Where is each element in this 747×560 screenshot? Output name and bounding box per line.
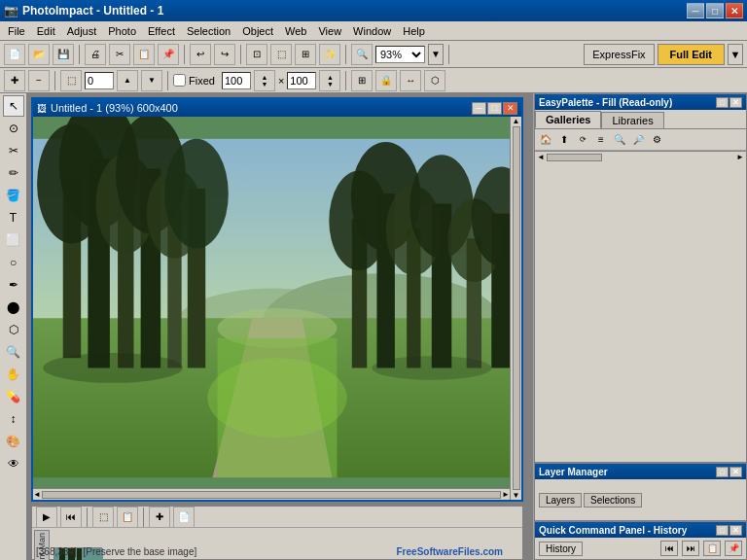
menu-effect[interactable]: Effect [142, 23, 181, 39]
frame-button[interactable]: 📋 [117, 507, 138, 528]
tool-oval[interactable]: ○ [3, 252, 24, 273]
maximize-button[interactable]: □ [706, 3, 724, 18]
canvas-minimize[interactable]: ─ [472, 102, 486, 115]
expand-button[interactable]: ⊞ [295, 44, 316, 65]
close-button[interactable]: ✕ [726, 3, 743, 18]
canvas-maximize[interactable]: □ [487, 102, 502, 115]
deselect-button[interactable]: ⊡ [246, 44, 267, 65]
layer-manager-close-button[interactable]: ✕ [729, 467, 742, 477]
tool-eraser[interactable]: ⬡ [3, 319, 24, 340]
quick-panel-close-button[interactable]: ✕ [729, 525, 742, 536]
scroll-left-arrow[interactable]: ◄ [33, 490, 41, 499]
pt-list[interactable]: ≡ [592, 131, 610, 149]
canvas-close[interactable]: ✕ [503, 102, 517, 115]
angle-input[interactable] [85, 72, 114, 89]
palette-scroll-thumb-h[interactable] [547, 154, 602, 161]
menu-file[interactable]: File [2, 23, 31, 39]
layer-manager-float-button[interactable]: □ [716, 467, 729, 477]
tool-color[interactable]: 🎨 [3, 431, 24, 452]
palette-scroll-right[interactable]: ► [734, 153, 746, 161]
easy-palette-float-button[interactable]: □ [716, 97, 729, 108]
open-button[interactable]: 📂 [28, 44, 50, 65]
tool-retouch[interactable]: 💊 [3, 386, 24, 407]
menu-adjust[interactable]: Adjust [61, 23, 103, 39]
new-button[interactable]: 📄 [4, 44, 25, 65]
scroll-down-arrow[interactable]: ▼ [513, 491, 520, 500]
palette-scrollbar-h[interactable]: ◄ ► [535, 151, 746, 162]
lock-button[interactable]: 🔒 [375, 70, 397, 91]
flip-button[interactable]: ↔ [400, 70, 421, 91]
scroll-right-arrow[interactable]: ► [502, 490, 510, 499]
undo-button[interactable]: ↩ [190, 44, 211, 65]
history-tab-label[interactable]: History [539, 542, 583, 556]
save-button[interactable]: 💾 [53, 44, 74, 65]
qp-btn-1[interactable]: ⏮ [660, 541, 678, 556]
height-input[interactable] [287, 72, 316, 89]
tool-options-1[interactable]: ✚ [4, 70, 25, 91]
palette-scroll-left[interactable]: ◄ [535, 153, 547, 161]
easy-palette-close-button[interactable]: ✕ [729, 97, 742, 108]
paste-button[interactable]: 📌 [158, 44, 179, 65]
tool-zoom[interactable]: 🔍 [3, 341, 24, 363]
menu-selection[interactable]: Selection [181, 23, 236, 39]
canvas-scrollbar-v[interactable]: ▲ ▼ [510, 117, 521, 500]
width-input[interactable] [222, 72, 251, 89]
qp-btn-2[interactable]: ⏭ [682, 541, 699, 556]
layout-button[interactable]: ⬚ [92, 507, 114, 528]
misc-button[interactable]: ⬡ [424, 70, 445, 91]
fulledit-dropdown[interactable]: ▼ [728, 44, 743, 65]
pt-search[interactable]: 🔍 [611, 131, 628, 149]
tool-clone[interactable]: ⬤ [3, 297, 24, 318]
angle-up[interactable]: ▲ [117, 70, 138, 91]
minimize-button[interactable]: ─ [687, 3, 704, 18]
zoom-out-button[interactable]: 🔍 [351, 44, 373, 65]
fixed-checkbox[interactable] [173, 74, 186, 87]
tool-pen[interactable]: ✒ [3, 274, 24, 296]
tool-pan[interactable]: ✋ [3, 364, 24, 385]
transform-button[interactable]: ⬚ [270, 44, 292, 65]
add-button[interactable]: ✚ [149, 507, 170, 528]
canvas-content[interactable]: ▲ ▼ ◄ ► [33, 117, 521, 500]
menu-window[interactable]: Window [347, 23, 397, 39]
tool-crop[interactable]: ✂ [3, 140, 24, 161]
h-up[interactable]: ▲▼ [319, 70, 340, 91]
canvas-scrollbar-h[interactable]: ◄ ► [33, 488, 510, 500]
redo-button[interactable]: ↪ [214, 44, 235, 65]
pt-home[interactable]: 🏠 [537, 131, 554, 149]
tool-options-3[interactable]: ⬚ [60, 70, 82, 91]
tool-select[interactable]: ↖ [3, 95, 24, 117]
zoom-select[interactable]: 93% 100% 50% 200% [375, 46, 425, 63]
tool-shape[interactable]: ⬜ [3, 229, 24, 251]
tab-selections[interactable]: Selections [584, 493, 642, 508]
scroll-thumb-h[interactable] [42, 491, 501, 499]
tool-options-2[interactable]: − [28, 70, 50, 91]
tool-paintbrush[interactable]: ✏ [3, 162, 24, 184]
menu-web[interactable]: Web [279, 23, 312, 39]
tab-libraries[interactable]: Libraries [601, 112, 663, 128]
play-button[interactable]: ▶ [36, 507, 57, 528]
menu-help[interactable]: Help [397, 23, 431, 39]
qp-btn-4[interactable]: 📌 [725, 541, 742, 556]
angle-down[interactable]: ▼ [141, 70, 162, 91]
quick-panel-float-button[interactable]: □ [716, 525, 729, 536]
zoom-dropdown[interactable]: ▼ [428, 44, 444, 65]
menu-view[interactable]: View [312, 23, 347, 39]
tool-text[interactable]: T [3, 207, 24, 228]
effect-button[interactable]: ✨ [319, 44, 340, 65]
qp-btn-3[interactable]: 📋 [703, 541, 721, 556]
scroll-thumb-v[interactable] [513, 126, 520, 490]
print-button[interactable]: 🖨 [85, 44, 106, 65]
cut-button[interactable]: ✂ [109, 44, 130, 65]
menu-photo[interactable]: Photo [102, 23, 142, 39]
fit-button[interactable]: ⊞ [351, 70, 373, 91]
tab-galleries[interactable]: Galleries [535, 111, 601, 128]
copy-button[interactable]: 📋 [133, 44, 155, 65]
menu-edit[interactable]: Edit [31, 23, 61, 39]
w-up[interactable]: ▲▼ [254, 70, 275, 91]
expressfix-button[interactable]: ExpressFix [584, 44, 654, 65]
scroll-up-arrow[interactable]: ▲ [513, 117, 520, 125]
pt-refresh[interactable]: ⟳ [574, 131, 591, 149]
pt-settings[interactable]: ⚙ [648, 131, 665, 149]
tool-lasso[interactable]: ⊙ [3, 118, 24, 139]
tool-adjust[interactable]: ↕ [3, 408, 24, 430]
